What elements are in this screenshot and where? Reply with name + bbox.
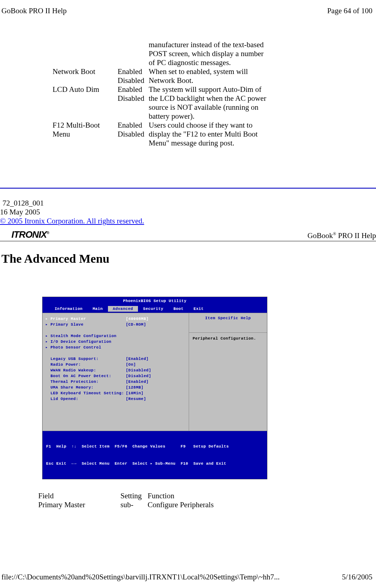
bios-title: PhoenixBIOS Setup Utility bbox=[43, 297, 267, 305]
bios-footer-line: Esc Exit ←→ Select Menu Enter Select ▸ S… bbox=[46, 461, 263, 466]
bios-label: Radio Power: bbox=[45, 362, 126, 367]
footer-date: 5/16/2005 bbox=[342, 573, 372, 582]
bios-tab: Information bbox=[50, 306, 88, 312]
bios-value: [Disabled] bbox=[126, 373, 151, 379]
bios-row: ▸ Photo Sensor Control bbox=[45, 345, 186, 350]
bios-tab: Exit bbox=[189, 306, 209, 312]
bios-right: Item Specific Help Peripheral Configurat… bbox=[189, 313, 267, 431]
bios-footer-line: F1 Help ↑↓ Select Item F5/F6 Change Valu… bbox=[46, 444, 263, 449]
bios-value: [Enabled] bbox=[126, 356, 149, 362]
header-function: Function bbox=[148, 491, 273, 500]
product-reg: ® bbox=[333, 231, 336, 236]
page-footer: file://C:\Documents%20and%20Settings\bar… bbox=[0, 573, 376, 582]
bios-row: Legacy USB Support:[Enabled] bbox=[45, 356, 186, 362]
cell-field: LCD Auto Dim bbox=[53, 85, 118, 121]
brand-logo: ITRONIX® bbox=[0, 229, 49, 240]
content: manufacturer instead of the text-based P… bbox=[0, 15, 376, 509]
bios-row: Lid Opened:[Resume] bbox=[45, 396, 186, 402]
bios-tab: Security bbox=[138, 306, 168, 312]
bios-row: Radio Power:[On] bbox=[45, 362, 186, 367]
bios-value: [Enabled] bbox=[126, 379, 149, 385]
bios-row: ▸ Primary Master[40008MB] bbox=[45, 316, 186, 322]
bios-tab: Main bbox=[88, 306, 108, 312]
bios-screenshot: PhoenixBIOS Setup Utility Information Ma… bbox=[42, 297, 267, 479]
bios-label: Boot On AC Power Detect: bbox=[45, 373, 126, 379]
header-page: Page 64 of 100 bbox=[327, 6, 372, 15]
product-suffix: PRO II Help bbox=[336, 231, 376, 240]
table-header-row: Field Setting Function bbox=[38, 491, 273, 500]
table-row: LCD Auto Dim Enabled Disabled The system… bbox=[53, 85, 267, 121]
bios-value: [10Min] bbox=[126, 390, 144, 396]
cell-field: Network Boot bbox=[53, 67, 118, 85]
cell-setting: Enabled Disabled bbox=[118, 85, 149, 121]
bios-row: LED Keyboard Timeout Setting:[10Min] bbox=[45, 390, 186, 396]
cell-function: manufacturer instead of the text-based P… bbox=[149, 40, 267, 67]
bios-label: ▸ Primary Slave bbox=[45, 322, 126, 327]
bios-row: UMA Share Memory:[128MB] bbox=[45, 385, 186, 390]
bios-label: ▸ Stealth Mode Configuration bbox=[45, 333, 126, 339]
bios-label: Lid Opened: bbox=[45, 396, 126, 402]
bios-help-body: Peripheral Configuration. bbox=[189, 333, 267, 344]
bios-label: UMA Share Memory: bbox=[45, 385, 126, 390]
bios-row: ▸ Stealth Mode Configuration bbox=[45, 333, 186, 339]
footer-path: file://C:\Documents%20and%20Settings\bar… bbox=[1, 573, 280, 582]
doc-number: 72_0128_001 bbox=[0, 199, 376, 208]
bios-label: ▸ I/O Device Configuration bbox=[45, 339, 126, 345]
cell-function: Configure Peripherals bbox=[148, 500, 273, 509]
bios-tab-active: Advanced bbox=[108, 306, 138, 312]
page-header: GoBook PRO II Help Page 64 of 100 bbox=[0, 0, 376, 15]
bios-help-title: Item Specific Help bbox=[189, 313, 267, 333]
bios-body: ▸ Primary Master[40008MB]▸ Primary Slave… bbox=[43, 313, 267, 431]
table-row: Network Boot Enabled Disabled When set t… bbox=[53, 67, 267, 85]
cell-field: Primary Master bbox=[38, 500, 120, 509]
bios-row: Thermal Protection:[Enabled] bbox=[45, 379, 186, 385]
section-title: The Advanced Menu bbox=[1, 252, 376, 266]
bios-label: Legacy USB Support: bbox=[45, 356, 126, 362]
table-row: Primary Master sub- Configure Peripheral… bbox=[38, 500, 273, 509]
product-header: ITRONIX® GoBook® PRO II Help bbox=[0, 229, 376, 241]
bios-value: [128MB] bbox=[126, 385, 144, 390]
cell-function: The system will support Auto-Dim of the … bbox=[149, 85, 267, 121]
bios-value: [CD-ROM] bbox=[126, 322, 146, 327]
divider bbox=[0, 188, 376, 189]
settings-table: manufacturer instead of the text-based P… bbox=[53, 40, 267, 148]
bios-label: WWAN Radio Wakeup: bbox=[45, 367, 126, 373]
cell-setting: sub- bbox=[120, 500, 148, 509]
brand-text: ITRONIX bbox=[11, 229, 46, 240]
bios-footer: F1 Help ↑↓ Select Item F5/F6 Change Valu… bbox=[43, 431, 267, 479]
header-title: GoBook PRO II Help bbox=[1, 6, 67, 15]
bios-row: Boot On AC Power Detect:[Disabled] bbox=[45, 373, 186, 379]
bios-value: [40008MB] bbox=[126, 316, 149, 322]
table-row: manufacturer instead of the text-based P… bbox=[53, 40, 267, 67]
advanced-table: Field Setting Function Primary Master su… bbox=[38, 491, 273, 509]
cell-function: When set to enabled, system will Network… bbox=[149, 67, 267, 85]
brand-reg: ® bbox=[46, 231, 49, 235]
bios-row: ▸ Primary Slave[CD-ROM] bbox=[45, 322, 186, 327]
bios-tab: Boot bbox=[168, 306, 188, 312]
product-text: GoBook bbox=[307, 231, 333, 240]
bios-row: WWAN Radio Wakeup:[Disabled] bbox=[45, 367, 186, 373]
bios-left: ▸ Primary Master[40008MB]▸ Primary Slave… bbox=[43, 313, 189, 431]
bios-label: LED Keyboard Timeout Setting: bbox=[45, 390, 126, 396]
cell-setting: Enabled Disabled bbox=[118, 121, 149, 148]
bios-label: ▸ Photo Sensor Control bbox=[45, 345, 126, 350]
bios-value: [Disabled] bbox=[126, 367, 151, 373]
bios-label: ▸ Primary Master bbox=[45, 316, 126, 322]
copyright-link[interactable]: © 2005 Itronix Corporation. All rights r… bbox=[0, 217, 144, 225]
bios-tabs: Information Main Advanced Security Boot … bbox=[43, 305, 267, 313]
cell-field: F12 Multi-Boot Menu bbox=[53, 121, 118, 148]
header-setting: Setting bbox=[120, 491, 148, 500]
bios-value: [Resume] bbox=[126, 396, 146, 402]
bios-value: [On] bbox=[126, 362, 136, 367]
header-field: Field bbox=[38, 491, 120, 500]
product-name: GoBook® PRO II Help bbox=[307, 231, 376, 240]
bios-label: Thermal Protection: bbox=[45, 379, 126, 385]
doc-date: 16 May 2005 bbox=[0, 208, 376, 217]
bios-row: ▸ I/O Device Configuration bbox=[45, 339, 186, 345]
doc-info: 72_0128_001 16 May 2005 © 2005 Itronix C… bbox=[0, 188, 376, 241]
cell-setting: Enabled Disabled bbox=[118, 67, 149, 85]
cell-function: Users could choose if they want to displ… bbox=[149, 121, 267, 148]
table-row: F12 Multi-Boot Menu Enabled Disabled Use… bbox=[53, 121, 267, 148]
